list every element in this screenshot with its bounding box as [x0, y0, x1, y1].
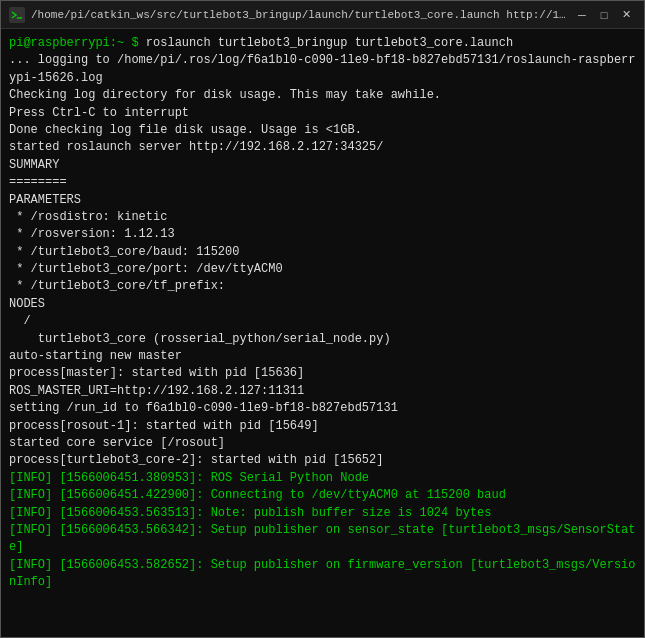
terminal-line: * /turtlebot3_core/baud: 115200 [9, 244, 636, 261]
terminal-line: pi@raspberrypi:~ $ roslaunch turtlebot3_… [9, 35, 636, 52]
terminal-line: [INFO] [1566006453.582652]: Setup publis… [9, 557, 636, 592]
titlebar-title: /home/pi/catkin_ws/src/turtlebot3_bringu… [31, 9, 572, 21]
terminal-line: [INFO] [1566006453.563513]: Note: publis… [9, 505, 636, 522]
terminal-line: Press Ctrl-C to interrupt [9, 105, 636, 122]
terminal-line: ... logging to /home/pi/.ros/log/f6a1bl0… [9, 52, 636, 87]
terminal-line: auto-starting new master [9, 348, 636, 365]
terminal-line: [INFO] [1566006451.422900]: Connecting t… [9, 487, 636, 504]
titlebar: /home/pi/catkin_ws/src/turtlebot3_bringu… [1, 1, 644, 29]
terminal-line: * /rosdistro: kinetic [9, 209, 636, 226]
terminal-icon [9, 7, 25, 23]
terminal-line: setting /run_id to f6a1bl0-c090-1le9-bf1… [9, 400, 636, 417]
terminal-line: process[rosout-1]: started with pid [156… [9, 418, 636, 435]
terminal-line: Done checking log file disk usage. Usage… [9, 122, 636, 139]
terminal-line: [INFO] [1566006453.566342]: Setup publis… [9, 522, 636, 557]
terminal-line: [INFO] [1566006451.380953]: ROS Serial P… [9, 470, 636, 487]
maximize-button[interactable]: □ [594, 5, 614, 25]
terminal-output[interactable]: pi@raspberrypi:~ $ roslaunch turtlebot3_… [1, 29, 644, 637]
terminal-line: process[master]: started with pid [15636… [9, 365, 636, 382]
titlebar-controls: ─ □ ✕ [572, 5, 636, 25]
terminal-line: SUMMARY [9, 157, 636, 174]
terminal-line: Checking log directory for disk usage. T… [9, 87, 636, 104]
close-button[interactable]: ✕ [616, 5, 636, 25]
terminal-line: * /rosversion: 1.12.13 [9, 226, 636, 243]
terminal-line: started roslaunch server http://192.168.… [9, 139, 636, 156]
terminal-line: PARAMETERS [9, 192, 636, 209]
terminal-line: / [9, 313, 636, 330]
terminal-window: /home/pi/catkin_ws/src/turtlebot3_bringu… [0, 0, 645, 638]
terminal-line: turtlebot3_core (rosserial_python/serial… [9, 331, 636, 348]
terminal-line: * /turtlebot3_core/port: /dev/ttyACM0 [9, 261, 636, 278]
terminal-line: started core service [/rosout] [9, 435, 636, 452]
minimize-button[interactable]: ─ [572, 5, 592, 25]
terminal-line: ROS_MASTER_URI=http://192.168.2.127:1131… [9, 383, 636, 400]
terminal-line: * /turtlebot3_core/tf_prefix: [9, 278, 636, 295]
terminal-line: NODES [9, 296, 636, 313]
terminal-line: process[turtlebot3_core-2]: started with… [9, 452, 636, 469]
terminal-line: ======== [9, 174, 636, 191]
